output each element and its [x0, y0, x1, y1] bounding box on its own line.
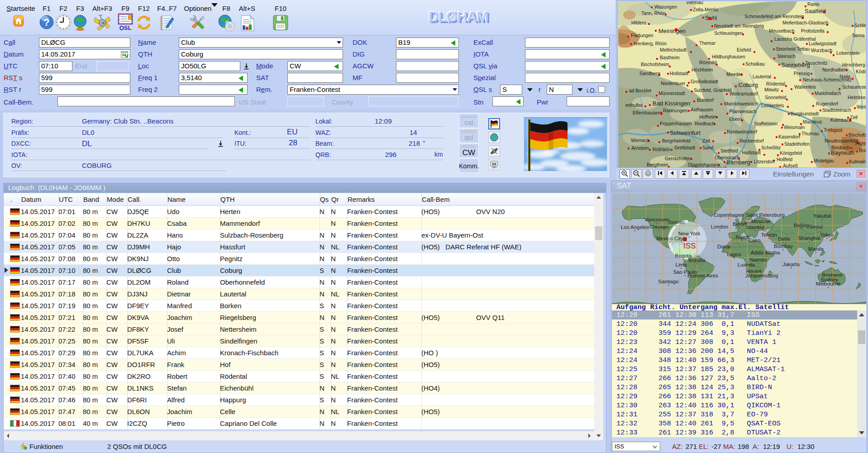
svg-text:Maroldsweisach: Maroldsweisach — [724, 101, 758, 106]
svg-text:Copenhagen: Copenhagen — [714, 212, 744, 218]
svg-text:Münnerstadt: Münnerstadt — [658, 91, 685, 96]
svg-text:ISS: ISS — [683, 242, 696, 250]
svg-text:Neuhaus-Schierschnitz: Neuhaus-Schierschnitz — [803, 77, 852, 82]
svg-text:Rannungen: Rannungen — [663, 108, 687, 113]
svg-text:Zella-Mehlis: Zella-Mehlis — [693, 7, 719, 12]
svg-text:Werneck: Werneck — [631, 138, 650, 143]
svg-text:Chicago: Chicago — [649, 224, 668, 229]
svg-text:Mistelgau: Mistelgau — [814, 158, 834, 163]
svg-text:Lima: Lima — [676, 262, 687, 267]
svg-text:Tanna bei S: Tanna bei S — [852, 33, 866, 38]
svg-text:Schmiedefeld am Rennsteig: Schmiedefeld am Rennsteig — [744, 14, 804, 19]
svg-text:Jakarta: Jakarta — [782, 262, 800, 267]
svg-text:Tripoli: Tripoli — [735, 234, 749, 240]
svg-text:Stadelhofen: Stadelhofen — [784, 141, 810, 147]
svg-text:Kasendorf: Kasendorf — [778, 134, 800, 139]
svg-text:Dakar: Dakar — [717, 244, 731, 249]
svg-text:Kulmain: Kulmain — [849, 159, 866, 164]
svg-text:Lautertal: Lautertal — [753, 74, 771, 79]
svg-text:Fichtell: Fichtell — [855, 141, 866, 146]
svg-text:Thurnau: Thurnau — [801, 131, 819, 136]
svg-text:Buenos Aires: Buenos Aires — [687, 273, 718, 278]
svg-text:Moscow: Moscow — [751, 219, 771, 224]
svg-text:Röthlein: Röthlein — [653, 147, 670, 152]
svg-text:DX: DX — [492, 162, 496, 166]
svg-text:Wurzbach: Wurzbach — [811, 48, 832, 53]
svg-text:Stettfeld: Stettfeld — [720, 148, 738, 153]
svg-text:Bischofsgrün: Bischofsgrün — [849, 132, 866, 138]
svg-text:Bamberg: Bamberg — [726, 159, 750, 166]
svg-text:Tann, Rhön: Tann, Rhön — [641, 10, 666, 16]
svg-text:Lagos: Lagos — [727, 252, 741, 257]
svg-text:Wallenfels: Wallenfels — [794, 84, 816, 90]
svg-text:Kulmbach: Kulmbach — [830, 117, 852, 123]
svg-text:Luanda: Luanda — [738, 262, 755, 267]
svg-text:Mellrichstadt: Mellrichstadt — [660, 47, 687, 52]
svg-text:Niederlauer: Niederlauer — [661, 81, 686, 86]
svg-text:Steinach: Steinach — [777, 53, 796, 59]
svg-text:Mainleus: Mainleus — [803, 119, 822, 124]
svg-text:Meeder: Meeder — [726, 72, 743, 77]
svg-text:Aufseß: Aufseß — [783, 163, 798, 168]
svg-text:Mitwitz: Mitwitz — [764, 87, 779, 92]
svg-text:Litzendorf: Litzendorf — [754, 159, 775, 164]
svg-text:Burgkunstadt: Burgkunstadt — [791, 111, 819, 116]
svg-text:Riedbach: Riedbach — [695, 121, 715, 126]
svg-text:Saint Petersburg: Saint Petersburg — [746, 212, 785, 218]
svg-text:Meuselbach: Meuselbach — [769, 28, 795, 33]
svg-text:ad Bocklet: ad Bocklet — [629, 88, 651, 93]
svg-text:Schauenstein: Schauenstein — [842, 84, 866, 90]
svg-text:Probstzella: Probstzella — [801, 28, 825, 33]
svg-text:Bombay: Bombay — [774, 243, 793, 249]
svg-text:Schweinfurt: Schweinfurt — [670, 129, 701, 136]
svg-text:Hollfeld: Hollfeld — [777, 157, 792, 162]
svg-text:Ebern: Ebern — [729, 116, 742, 122]
svg-text:Hofheim: Hofheim — [699, 114, 717, 119]
svg-text:Schalkau: Schalkau — [745, 61, 765, 67]
svg-text:Yakutsk: Yakutsk — [813, 213, 831, 219]
svg-text:Vancouver: Vancouver — [644, 217, 669, 222]
svg-text:Lobenstein: Lobenstein — [836, 50, 860, 56]
svg-text:Stadtsteinach: Stadtsteinach — [822, 107, 851, 113]
svg-text:Saalfeld: Saalfeld — [805, 8, 826, 14]
svg-text:Arnstein: Arnstein — [631, 145, 649, 151]
svg-text:Ranis: Ranis — [807, 1, 820, 7]
svg-text:Schleusingen: Schleusingen — [714, 30, 743, 36]
svg-text:Lichtenfels: Lichtenfels — [761, 103, 784, 108]
svg-text:Pressig: Pressig — [794, 71, 810, 76]
svg-text:Großeibstadt: Großeibstadt — [691, 79, 718, 84]
svg-text:Teuschnitz: Teuschnitz — [805, 60, 828, 66]
svg-text:Bischofsheim: Bischofsheim — [641, 62, 669, 67]
svg-text:Beijing: Beijing — [794, 223, 810, 228]
svg-text:Manila: Manila — [808, 246, 824, 252]
svg-text:Sandberg: Sandberg — [639, 71, 660, 76]
svg-text:Wasungen: Wasungen — [654, 4, 677, 10]
svg-text:Poppenhausen: Poppenhausen — [660, 121, 692, 126]
svg-text:Bayreuth: Bayreuth — [831, 149, 854, 156]
svg-text:Bastheim: Bastheim — [660, 55, 680, 60]
svg-text:Meiningen: Meiningen — [658, 28, 686, 34]
svg-text:Römhild: Römhild — [699, 60, 717, 65]
svg-text:Bergrheinfeld: Bergrheinfeld — [662, 138, 691, 143]
svg-text:Bad Kissingen: Bad Kissingen — [653, 100, 690, 107]
svg-text:Ludwigsstadt: Ludwigsstadt — [809, 41, 836, 46]
svg-text:Johannesburg: Johannesburg — [745, 273, 778, 278]
svg-text:Coburg: Coburg — [739, 81, 758, 88]
svg-text:Mexico City: Mexico City — [656, 236, 683, 241]
svg-text:Weißd: Weißd — [857, 104, 866, 110]
svg-text:Steinheid Tettau: Steinheid Tettau — [776, 46, 810, 52]
svg-text:QSL: QSL — [119, 24, 132, 30]
svg-text:Addis Ababa: Addis Ababa — [751, 250, 780, 255]
svg-text:?: ? — [43, 17, 49, 28]
svg-text:Grettstadt: Grettstadt — [674, 145, 695, 150]
svg-text:Fladungen: Fladungen — [631, 33, 653, 38]
svg-text:Sulzfeld, Grabfeld: Sulzfeld, Grabfeld — [694, 87, 732, 93]
svg-text:Elfershausen: Elfershausen — [633, 110, 660, 115]
svg-text:Königsfeld: Königsfeld — [780, 150, 802, 156]
svg-text:Rentweinsdorf: Rentweinsdorf — [727, 129, 757, 134]
svg-text:Berlin: Berlin — [733, 221, 746, 227]
svg-text:Los Angeles: Los Angeles — [621, 224, 649, 230]
svg-text:Tehran: Tehran — [761, 232, 777, 238]
svg-text:Shanghai: Shanghai — [798, 235, 820, 241]
svg-text:Bergtheim: Bergtheim — [647, 162, 668, 167]
